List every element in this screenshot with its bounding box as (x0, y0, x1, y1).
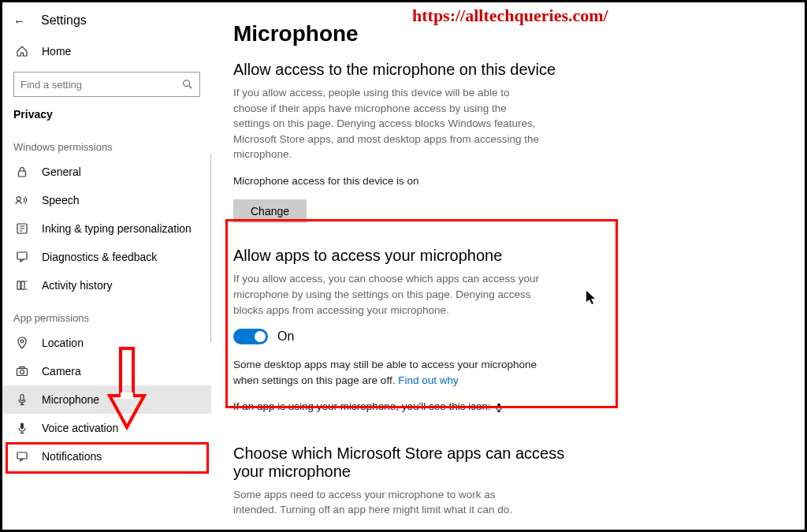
section2-heading: Allow apps to access your microphone (233, 247, 783, 265)
home-icon (13, 45, 31, 58)
find-out-why-link[interactable]: Find out why (398, 374, 459, 386)
svg-rect-20 (20, 423, 24, 430)
nav-activity[interactable]: Activity history (2, 271, 211, 299)
svg-line-1 (189, 86, 192, 89)
svg-rect-9 (17, 281, 20, 289)
sort-by[interactable]: Sort by: Name ∨ (233, 529, 783, 530)
nav-label: Diagnostics & feedback (42, 251, 157, 263)
svg-rect-16 (20, 367, 24, 369)
search-input[interactable] (13, 72, 200, 97)
svg-rect-23 (17, 452, 27, 459)
nav-label: Home (42, 45, 71, 58)
microphone-icon (13, 393, 31, 406)
nav-voice-activation[interactable]: Voice activation (2, 414, 211, 442)
nav-label: Activity history (42, 279, 112, 292)
microphone-status-icon (494, 402, 504, 413)
feedback-icon (13, 251, 31, 263)
inking-icon (13, 222, 31, 235)
app-title: Settings (41, 13, 87, 28)
nav-label: Microphone (42, 393, 99, 406)
section2-note: Some desktop apps may still be able to a… (233, 357, 541, 388)
activity-icon (13, 279, 31, 292)
nav-notifications[interactable]: Notifications (2, 442, 211, 471)
nav-location[interactable]: Location (2, 329, 211, 357)
nav-diagnostics[interactable]: Diagnostics & feedback (2, 243, 211, 271)
allow-apps-toggle[interactable] (233, 329, 268, 344)
svg-rect-24 (497, 403, 500, 407)
svg-rect-14 (17, 369, 28, 376)
section2-desc: If you allow access, you can choose whic… (233, 271, 541, 318)
svg-point-3 (17, 197, 20, 201)
svg-point-0 (184, 80, 190, 87)
section3-desc: Some apps need to access your microphone… (233, 487, 541, 518)
section2-icon-text: If an app is using your microphone, you'… (233, 399, 541, 415)
nav-home[interactable]: Home (2, 37, 211, 65)
svg-rect-8 (17, 252, 27, 259)
chevron-down-icon: ∨ (302, 529, 310, 530)
search-icon (182, 79, 193, 90)
section1-heading: Allow access to the microphone on this d… (233, 61, 783, 79)
location-icon (13, 337, 31, 349)
section1-desc: If you allow access, people using this d… (233, 85, 541, 162)
section3-heading: Choose which Microsoft Store apps can ac… (233, 445, 572, 481)
nav-inking[interactable]: Inking & typing personalization (2, 214, 211, 243)
nav-camera[interactable]: Camera (2, 357, 211, 385)
svg-point-15 (20, 370, 24, 374)
lock-icon (13, 166, 31, 178)
main-content: Microphone Allow access to the microphon… (211, 2, 805, 530)
group-windows-permissions: Windows permissions (2, 128, 211, 158)
svg-rect-2 (19, 171, 26, 177)
nav-label: General (42, 166, 81, 178)
svg-rect-10 (21, 281, 24, 289)
toggle-label: On (277, 329, 294, 344)
change-button[interactable]: Change (233, 199, 307, 223)
nav-speech[interactable]: Speech (2, 186, 211, 214)
section1-status: Microphone access for this device is on (233, 173, 541, 189)
camera-icon (13, 365, 31, 378)
search-field[interactable] (20, 79, 182, 91)
back-button[interactable]: ← (13, 14, 25, 28)
nav-label: Notifications (42, 450, 102, 463)
nav-label: Voice activation (42, 422, 118, 434)
svg-rect-17 (20, 395, 24, 401)
group-app-permissions: App permissions (2, 299, 211, 329)
nav-microphone[interactable]: Microphone (2, 385, 211, 414)
voice-icon (13, 422, 31, 434)
speech-icon (13, 195, 31, 206)
page-title: Microphone (233, 21, 783, 47)
privacy-label: Privacy (2, 108, 211, 128)
nav-label: Camera (42, 365, 81, 378)
notifications-icon (13, 450, 31, 463)
nav-label: Location (42, 337, 84, 349)
nav-label: Inking & typing personalization (42, 222, 192, 235)
svg-point-13 (20, 340, 24, 343)
nav-label: Speech (42, 194, 79, 206)
nav-general[interactable]: General (2, 158, 211, 186)
sidebar: ← Settings Home Privacy Windows permissi… (2, 2, 211, 530)
